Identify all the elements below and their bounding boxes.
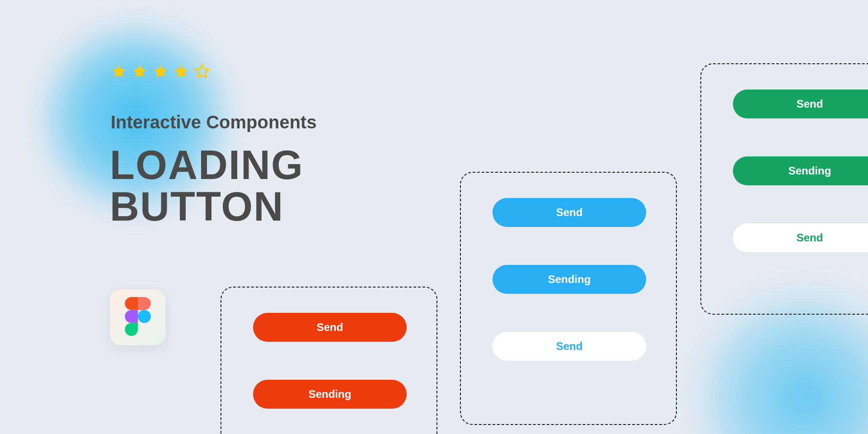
component-panel-red: Send Sending bbox=[221, 287, 437, 434]
star-icon bbox=[152, 63, 169, 81]
page-subtitle: Interactive Components bbox=[111, 112, 317, 132]
send-button[interactable]: Send bbox=[493, 198, 646, 227]
title-line-1: LOADING bbox=[110, 142, 304, 188]
sending-button[interactable]: Sending bbox=[733, 156, 868, 185]
figma-logo-tile bbox=[110, 289, 166, 345]
title-line-2: BUTTON bbox=[110, 184, 284, 229]
send-button-outline[interactable]: Send bbox=[493, 332, 646, 361]
sending-button[interactable]: Sending bbox=[253, 380, 407, 409]
star-icon bbox=[173, 63, 189, 81]
send-button[interactable]: Send bbox=[253, 313, 407, 342]
rating-stars bbox=[111, 63, 210, 81]
sending-button[interactable]: Sending bbox=[493, 265, 646, 294]
star-outline-icon bbox=[194, 63, 210, 81]
figma-icon bbox=[125, 297, 151, 338]
page-title: LOADING BUTTON bbox=[110, 145, 304, 228]
component-panel-green: Send Sending Send bbox=[700, 63, 868, 315]
star-icon bbox=[111, 63, 127, 81]
svg-point-0 bbox=[138, 310, 151, 323]
send-button[interactable]: Send bbox=[733, 90, 868, 118]
star-icon bbox=[131, 63, 148, 81]
send-button-outline[interactable]: Send bbox=[733, 223, 868, 252]
component-panel-blue: Send Sending Send bbox=[460, 172, 677, 425]
